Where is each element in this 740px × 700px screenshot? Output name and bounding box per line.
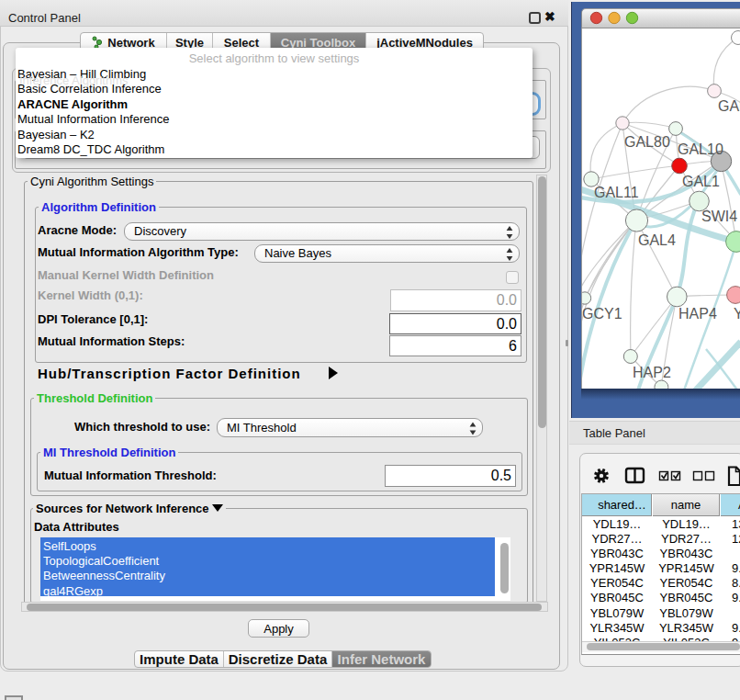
svg-text:GAL7: GAL7 [718, 98, 740, 114]
svg-text:GCY1: GCY1 [582, 306, 622, 322]
svg-text:GAL1: GAL1 [682, 174, 720, 189]
svg-text:YEL: YEL [734, 306, 740, 322]
svg-text:GAL10: GAL10 [678, 141, 723, 157]
svg-text:GAL80: GAL80 [624, 134, 670, 150]
svg-text:HAP4: HAP4 [678, 306, 717, 322]
svg-text:GAL11: GAL11 [594, 185, 639, 200]
svg-text:HAP2: HAP2 [633, 365, 671, 380]
svg-text:GAL4: GAL4 [638, 232, 676, 248]
svg-text:SWI4: SWI4 [701, 209, 737, 224]
